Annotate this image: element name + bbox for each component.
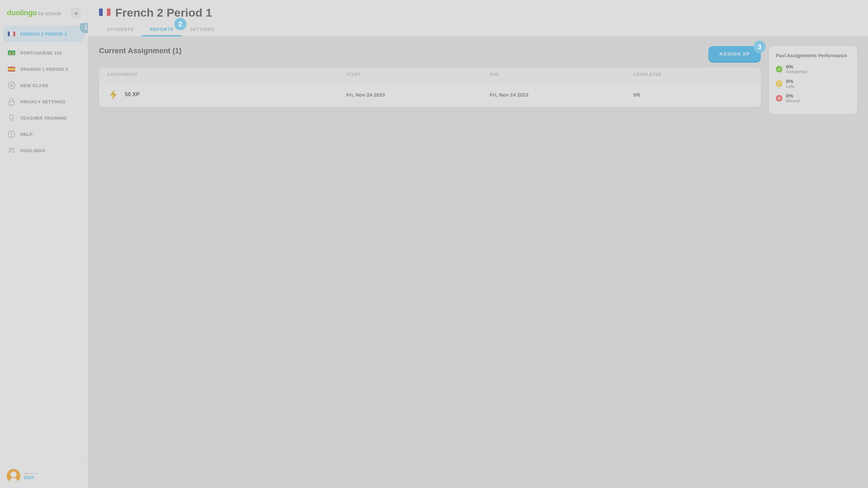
perf-info-missed: 0% Missed	[786, 93, 800, 103]
missed-pct: 0%	[786, 93, 800, 99]
sidebar-nav: FRENCH 2 PERIOD 1 1 PORTUGUESE 101 SPANI…	[0, 23, 88, 463]
right-panel: Past Assignments Performance 0% Complete…	[769, 46, 857, 479]
late-dot	[776, 80, 783, 87]
tabs-bar: STUDENTS REPORTS 2 SETTINGS	[99, 23, 857, 36]
col-header-completed: COMPLETED	[633, 72, 753, 77]
svg-marker-16	[110, 90, 117, 99]
logo-forschools: for schools	[38, 11, 61, 16]
sidebar-item-new-class[interactable]: NEW CLASS	[0, 77, 88, 94]
question-icon: ?	[7, 130, 16, 138]
start-date: Fri, Nov 24 2023	[346, 92, 490, 98]
svg-point-19	[779, 84, 780, 85]
sidebar-logo-area: duolingo for schools ◀	[0, 0, 88, 23]
col-header-assignment: ASSIGNMENT	[107, 72, 346, 77]
due-date: Fri, Nov 24 2023	[490, 92, 633, 98]
svg-point-11	[9, 148, 12, 150]
svg-text:?: ?	[10, 132, 13, 137]
logo-duolingo: duolingo	[7, 8, 37, 17]
section-title: Current Assignment (1)	[99, 46, 182, 55]
perf-info-completed: 0% Completed	[786, 64, 807, 74]
assignment-name: 50 XP	[125, 92, 140, 98]
table-row[interactable]: 50 XP Fri, Nov 24 2023 Fri, Nov 24 2023 …	[99, 82, 761, 107]
xp-lightning-icon	[107, 88, 120, 101]
sidebar-item-portuguese-101[interactable]: PORTUGUESE 101	[0, 45, 88, 61]
perf-item-late: 0% Late	[776, 78, 850, 89]
flag-br-icon	[7, 49, 16, 57]
sidebar-item-label: HELP	[20, 132, 33, 137]
sidebar-item-label: NEW CLASS	[20, 83, 48, 88]
tab-students[interactable]: STUDENTS	[99, 23, 142, 36]
sidebar-item-teacher-training[interactable]: TEACHER TRAINING	[0, 110, 88, 126]
completed-count: 0/0	[633, 92, 753, 98]
tab-settings[interactable]: SETTINGS	[182, 23, 223, 36]
col-header-due: DUE	[490, 72, 633, 77]
step-badge-2: 2	[174, 18, 186, 30]
svg-point-12	[13, 148, 15, 150]
sidebar-item-privacy-settings[interactable]: PRIVACY SETTINGS	[0, 94, 88, 110]
assign-xp-button[interactable]: ASSIGN XP	[708, 46, 761, 61]
flag-es-icon	[7, 65, 16, 73]
table-header: ASSIGNMENT START DUE COMPLETED	[99, 67, 761, 82]
missed-dot	[776, 95, 783, 102]
missed-label: Missed	[786, 99, 800, 103]
page-flag-icon	[99, 8, 111, 17]
lightbulb-icon	[7, 114, 16, 122]
svg-point-14	[11, 471, 17, 477]
content-area: Current Assignment (1) ASSIGN XP 3 ASSIG…	[88, 37, 868, 488]
sidebar-item-french-2-period-1[interactable]: FRENCH 2 PERIOD 1	[3, 26, 84, 42]
sidebar-item-duolingo[interactable]: DUOLINGO	[0, 142, 88, 159]
people-icon	[7, 147, 16, 154]
svg-point-2	[11, 53, 13, 55]
sidebar-footer: ••• •• •• EDIT	[0, 463, 88, 488]
late-pct: 0%	[786, 78, 794, 84]
assignment-cell: 50 XP	[107, 88, 346, 101]
sidebar-item-label: SPANISH 1 PERIOD 2	[20, 67, 68, 72]
sidebar-item-label: FRENCH 2 PERIOD 1	[20, 32, 67, 37]
completed-label: Completed	[786, 69, 807, 74]
step-badge-3: 3	[753, 41, 766, 53]
footer-edit-button[interactable]: EDIT	[24, 475, 37, 480]
app-logo: duolingo for schools	[7, 8, 61, 17]
sidebar-item-help[interactable]: ? HELP	[0, 126, 88, 142]
perf-item-missed: 0% Missed	[776, 93, 850, 103]
sidebar-item-label: PORTUGUESE 101	[20, 50, 62, 56]
page-title-row: French 2 Period 1	[99, 6, 857, 19]
assignment-table: ASSIGNMENT START DUE COMPLETED 50 XP	[99, 67, 761, 107]
collapse-sidebar-button[interactable]: ◀	[70, 7, 81, 18]
main-area: French 2 Period 1 STUDENTS REPORTS 2 SET…	[88, 0, 868, 488]
avatar	[7, 469, 20, 483]
perf-info-late: 0% Late	[786, 78, 794, 89]
sidebar-item-label: PRIVACY SETTINGS	[20, 99, 65, 104]
late-label: Late	[786, 84, 794, 89]
footer-username: ••• •• ••	[24, 471, 37, 475]
completed-dot	[776, 66, 783, 73]
completed-pct: 0%	[786, 64, 807, 69]
lock-icon	[7, 98, 16, 105]
page-title: French 2 Period 1	[115, 6, 212, 19]
sidebar-item-label: DUOLINGO	[20, 148, 45, 153]
svg-rect-6	[9, 101, 14, 105]
perf-item-completed: 0% Completed	[776, 64, 850, 74]
footer-user-info: ••• •• •• EDIT	[24, 471, 37, 480]
past-perf-title: Past Assignments Performance	[776, 53, 850, 58]
main-content: Current Assignment (1) ASSIGN XP 3 ASSIG…	[99, 46, 761, 479]
col-header-start: START	[346, 72, 490, 77]
plus-icon	[7, 82, 16, 89]
past-assignments-panel: Past Assignments Performance 0% Complete…	[769, 46, 857, 114]
flag-fr-icon	[7, 30, 16, 38]
sidebar-item-spanish-1-period-2[interactable]: SPANISH 1 PERIOD 2	[0, 61, 88, 77]
sidebar: duolingo for schools ◀ FRENCH 2 PERIOD 1…	[0, 0, 88, 488]
main-header: French 2 Period 1 STUDENTS REPORTS 2 SET…	[88, 0, 868, 37]
sidebar-item-label: TEACHER TRAINING	[20, 116, 67, 121]
